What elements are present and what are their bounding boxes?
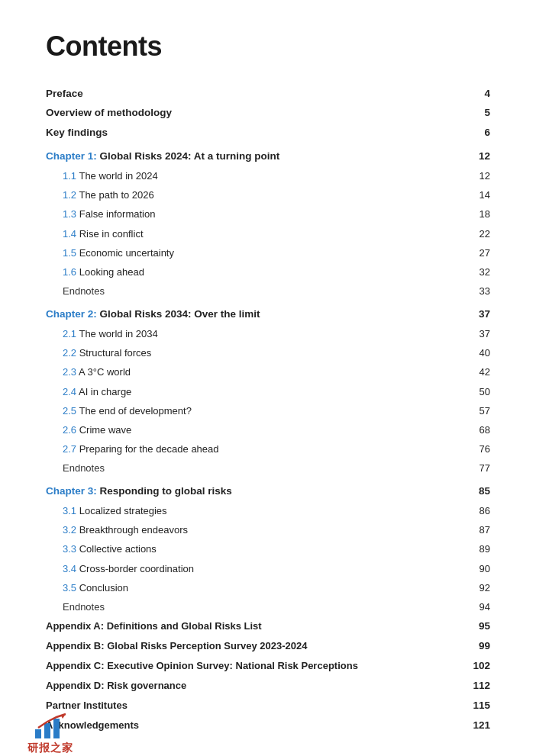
toc-row: 1.3 False information18 [46, 205, 490, 224]
main-label: Key findings [46, 124, 437, 143]
sub-label: AI in charge [79, 386, 131, 397]
toc-row: Key findings6 [46, 124, 490, 143]
appendix-label: Appendix D: Risk governance [46, 676, 437, 696]
sub-label: A 3°C world [79, 366, 131, 378]
toc-row: 2.4 AI in charge50 [46, 382, 490, 401]
toc-row: Chapter 1: Global Risks 2024: At a turni… [46, 143, 490, 167]
toc-row: 1.5 Economic uncertainty27 [46, 243, 490, 262]
endnotes-label: Endnotes [46, 459, 437, 478]
toc-page: 76 [437, 439, 490, 458]
sub-label: The end of development? [79, 405, 191, 417]
toc-page: 50 [437, 382, 490, 401]
toc-row: 3.4 Cross-border coordination90 [46, 559, 490, 578]
sub-num: 3.1 [63, 505, 79, 516]
toc-row: 1.2 The path to 202614 [46, 186, 490, 205]
toc-row: Appendix B: Global Risks Perception Surv… [46, 636, 490, 656]
toc-row: 3.2 Breakthrough endeavors87 [46, 521, 490, 540]
toc-row: Chapter 3: Responding to global risks85 [46, 478, 490, 502]
toc-page: 33 [437, 282, 490, 301]
toc-page: 18 [437, 205, 490, 224]
sub-num: 3.3 [63, 543, 79, 555]
sub-num: 1.2 [63, 189, 79, 201]
toc-page: 14 [437, 186, 490, 205]
svg-rect-1 [44, 723, 50, 738]
chapter-num: Chapter 2: [46, 308, 97, 320]
sub-num: 1.5 [63, 247, 79, 259]
sub-label: Localized strategies [79, 505, 167, 516]
toc-page: 92 [437, 578, 490, 597]
appendix-label: Appendix C: Executive Opinion Survey: Na… [46, 656, 437, 676]
sub-num: 2.5 [63, 405, 79, 417]
footer-logo-text: 研报之家 [27, 742, 73, 755]
toc-page: 12 [437, 143, 490, 167]
sub-label: Preparing for the decade ahead [79, 443, 219, 455]
sub-num: 1.4 [63, 228, 79, 240]
toc-row: 3.3 Collective actions89 [46, 540, 490, 559]
sub-num: 2.2 [63, 347, 79, 359]
toc-page: 89 [437, 540, 490, 559]
toc-row: Appendix A: Definitions and Global Risks… [46, 616, 490, 636]
toc-page: 77 [437, 459, 490, 478]
toc-row: Appendix C: Executive Opinion Survey: Na… [46, 656, 490, 676]
sub-label: The world in 2034 [79, 328, 157, 339]
sub-label: The path to 2026 [79, 189, 153, 201]
toc-page: 12 [437, 167, 490, 186]
toc-page: 6 [437, 124, 490, 143]
toc-row: Chapter 2: Global Risks 2034: Over the l… [46, 301, 490, 325]
main-label: Overview of methodology [46, 104, 437, 124]
footer-logo: 研报之家 YBLOOK.COM [15, 713, 86, 756]
svg-rect-2 [53, 719, 60, 738]
chapter-title: Global Risks 2034: Over the limit [97, 308, 260, 320]
endnotes-label: Endnotes [46, 282, 437, 301]
toc-page: 37 [437, 301, 490, 325]
sub-label: Looking ahead [79, 266, 144, 278]
toc-page: 112 [437, 676, 490, 696]
svg-rect-0 [35, 729, 41, 738]
toc-row: 2.6 Crime wave68 [46, 420, 490, 439]
toc-row: Endnotes94 [46, 597, 490, 616]
sub-num: 2.6 [63, 424, 79, 436]
toc-page: 40 [437, 344, 490, 363]
footer: 研报之家 YBLOOK.COM Global Risks Report 2024… [0, 713, 536, 756]
logo-icon [32, 713, 69, 742]
sub-num: 2.7 [63, 443, 79, 455]
toc-page: 57 [437, 401, 490, 420]
sub-num: 3.5 [63, 582, 79, 594]
sub-label: Conclusion [79, 582, 128, 594]
toc-row: 2.2 Structural forces40 [46, 344, 490, 363]
sub-label: False information [79, 208, 156, 220]
toc-page: 94 [437, 597, 490, 616]
sub-label: Breakthrough endeavors [79, 524, 188, 536]
toc-page: 87 [437, 521, 490, 540]
toc-row: 1.6 Looking ahead32 [46, 262, 490, 281]
toc-page: 86 [437, 502, 490, 521]
toc-page: 99 [437, 636, 490, 656]
chapter-num: Chapter 1: [46, 150, 97, 162]
toc-page: 42 [437, 363, 490, 382]
sub-label: Crime wave [79, 424, 132, 436]
appendix-label: Appendix B: Global Risks Perception Surv… [46, 636, 437, 656]
sub-num: 3.2 [63, 524, 79, 536]
toc-page: 37 [437, 325, 490, 344]
sub-label: Structural forces [79, 347, 152, 359]
toc-row: Endnotes33 [46, 282, 490, 301]
sub-num: 2.3 [63, 366, 79, 378]
sub-num: 1.1 [63, 170, 79, 182]
toc-row: Endnotes77 [46, 459, 490, 478]
toc-page: 85 [437, 478, 490, 502]
toc-row: 1.4 Rise in conflict22 [46, 224, 490, 243]
toc-row: Overview of methodology5 [46, 104, 490, 124]
sub-label: The world in 2024 [79, 170, 157, 182]
toc-page: 32 [437, 262, 490, 281]
toc-page: 22 [437, 224, 490, 243]
sub-num: 2.1 [63, 328, 79, 339]
sub-label: Collective actions [79, 543, 157, 555]
toc-page: 5 [437, 104, 490, 124]
toc-page: 68 [437, 420, 490, 439]
page-title: Contents [46, 31, 490, 63]
sub-label: Rise in conflict [79, 228, 144, 240]
toc-row: 2.3 A 3°C world42 [46, 363, 490, 382]
chapter-num: Chapter 3: [46, 485, 97, 497]
toc-page: 95 [437, 616, 490, 636]
toc-row: 2.7 Preparing for the decade ahead76 [46, 439, 490, 458]
